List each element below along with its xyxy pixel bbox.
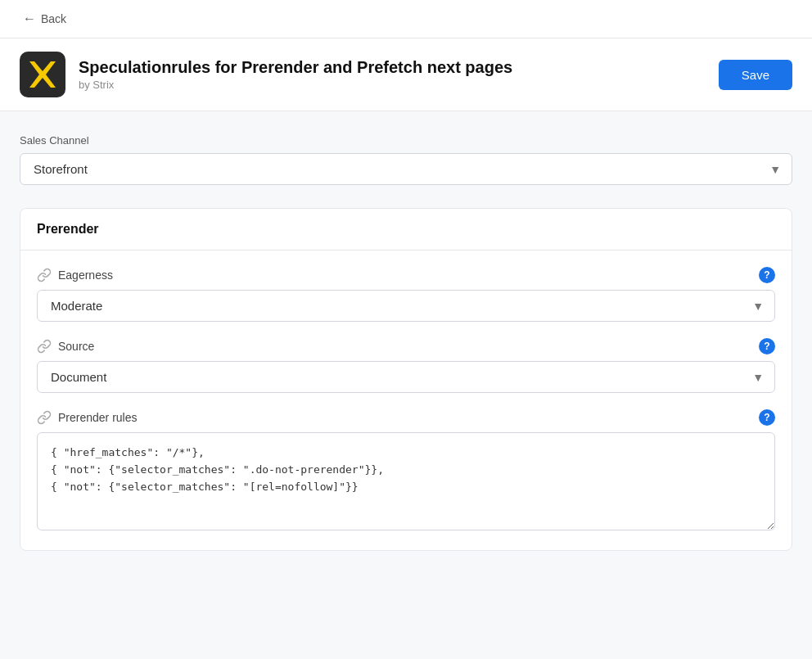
- app-title-block: Speculationrules for Prerender and Prefe…: [79, 58, 512, 91]
- top-nav: ← Back: [0, 0, 812, 38]
- prerender-card: Prerender Eagerness: [20, 208, 792, 551]
- sales-channel-select[interactable]: Storefront Mobile POS: [20, 153, 792, 185]
- source-label-left: Source: [37, 339, 94, 354]
- source-select[interactable]: Document List: [37, 361, 775, 393]
- save-button[interactable]: Save: [719, 60, 792, 90]
- source-label-row: Source ?: [37, 338, 775, 354]
- eagerness-select-wrapper: Conservative Moderate Eager Immediate ▼: [37, 290, 775, 322]
- eagerness-label-left: Eagerness: [37, 268, 113, 282]
- source-select-wrapper: Document List ▼: [37, 361, 775, 393]
- source-label-text: Source: [58, 340, 94, 353]
- prerender-card-header: Prerender: [20, 209, 792, 251]
- sales-channel-select-wrapper: Storefront Mobile POS ▼: [20, 153, 792, 185]
- prerender-card-title: Prerender: [37, 222, 99, 236]
- eagerness-label-text: Eagerness: [58, 269, 113, 282]
- app-title: Speculationrules for Prerender and Prefe…: [79, 58, 512, 77]
- main-content: Sales Channel Storefront Mobile POS ▼ Pr…: [0, 111, 812, 574]
- rules-label-row: Prerender rules ?: [37, 409, 775, 426]
- header-bar: Speculationrules for Prerender and Prefe…: [0, 38, 812, 111]
- eagerness-label-row: Eagerness ?: [37, 267, 775, 283]
- header-left: Speculationrules for Prerender and Prefe…: [20, 52, 512, 97]
- eagerness-field: Eagerness ? Conservative Moderate Eager …: [37, 267, 775, 322]
- rules-field: Prerender rules ? { "href_matches": "/*"…: [37, 409, 775, 534]
- eagerness-link-icon: [37, 268, 52, 282]
- source-help-icon[interactable]: ?: [759, 338, 775, 354]
- source-link-icon: [37, 339, 52, 354]
- prerender-card-body: Eagerness ? Conservative Moderate Eager …: [20, 251, 792, 550]
- app-author: by Strix: [79, 79, 512, 91]
- sales-channel-label: Sales Channel: [20, 134, 792, 147]
- rules-label-text: Prerender rules: [58, 411, 138, 424]
- back-arrow-icon: ←: [23, 11, 36, 26]
- rules-link-icon: [37, 410, 52, 425]
- back-button[interactable]: ← Back: [16, 8, 73, 29]
- rules-textarea[interactable]: { "href_matches": "/*"}, { "not": {"sele…: [37, 432, 775, 530]
- app-icon: [20, 52, 65, 97]
- eagerness-help-icon[interactable]: ?: [759, 267, 775, 283]
- eagerness-select[interactable]: Conservative Moderate Eager Immediate: [37, 290, 775, 322]
- source-field: Source ? Document List ▼: [37, 338, 775, 393]
- rules-help-icon[interactable]: ?: [759, 409, 775, 426]
- app-logo-svg: [25, 56, 61, 93]
- sales-channel-field: Sales Channel Storefront Mobile POS ▼: [20, 134, 792, 185]
- rules-label-left: Prerender rules: [37, 410, 138, 425]
- back-label: Back: [41, 12, 66, 25]
